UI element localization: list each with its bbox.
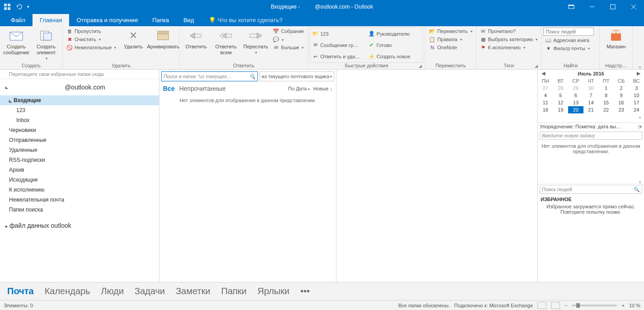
tab-sendreceive[interactable]: Отправка и получение [69, 14, 145, 26]
undo-icon[interactable] [15, 3, 23, 10]
move-button[interactable]: 📂Переместить [427, 28, 474, 35]
qs-3[interactable]: ↩Ответить и уда… [310, 51, 367, 62]
folder-item[interactable]: Архив [0, 165, 159, 175]
view-normal-icon[interactable] [537, 302, 546, 309]
tab-home[interactable]: Главная [33, 14, 69, 26]
calendar-day[interactable]: 1 [598, 85, 614, 92]
close-button[interactable] [623, 0, 644, 14]
calendar-day[interactable]: 5 [553, 92, 569, 99]
people-search-input-2[interactable]: Поиск людей🔍 [540, 185, 642, 194]
calendar-day[interactable]: 19 [553, 106, 569, 113]
calendar-day[interactable]: 30 [583, 85, 599, 92]
nav-more-icon[interactable]: ••• [300, 286, 310, 296]
address-book-button[interactable]: 📖Адресная книга [543, 37, 597, 44]
calendar-day[interactable]: 16 [614, 99, 629, 106]
calendar-day[interactable]: 21 [583, 106, 599, 113]
zoom-out-icon[interactable]: − [565, 303, 567, 308]
qs-6[interactable]: ⚡Создать новое [367, 51, 423, 62]
qs-5[interactable]: ✔Готово [367, 39, 423, 51]
search-input[interactable]: Поиск в папке "из текущег…🔍 [161, 71, 258, 81]
reply-button[interactable]: Ответить [182, 28, 210, 51]
reply-all-button[interactable]: Ответить всем [211, 28, 240, 56]
tab-file[interactable]: Файл [4, 14, 33, 26]
calendar-close-icon[interactable]: × [637, 65, 643, 71]
maximize-button[interactable] [602, 0, 623, 14]
nav-mail[interactable]: Почта [7, 286, 34, 296]
calendar-day[interactable]: 4 [538, 92, 553, 99]
calendar-day[interactable]: 3 [629, 85, 644, 92]
onenote-button[interactable]: NOneNote [427, 44, 474, 51]
calendar-day[interactable]: 11 [538, 99, 553, 106]
tasks-close-icon[interactable]: × [637, 115, 643, 122]
data-file-header[interactable]: файл данных outlook [0, 215, 159, 231]
calendar-day[interactable]: 20 [568, 106, 583, 113]
new-task-input[interactable]: Введите новую задачу [540, 132, 642, 140]
sort-direction[interactable]: Новые ↓ [313, 86, 333, 91]
tell-me[interactable]: 💡Что вы хотите сделать? [201, 14, 290, 26]
zoom-in-icon[interactable]: + [621, 303, 624, 308]
folder-item[interactable]: Нежелательная почта [0, 195, 159, 205]
calendar-day[interactable]: 6 [568, 92, 583, 99]
account-header[interactable]: @outlook.com [0, 79, 159, 95]
folder-item[interactable]: Inbox [0, 115, 159, 125]
calendar-day[interactable]: 10 [629, 92, 644, 99]
calendar-day[interactable]: 27 [538, 85, 553, 92]
categorize-button[interactable]: ▦Выбрать категорию [478, 36, 540, 43]
folder-item[interactable]: 123 [0, 105, 159, 115]
tags-dialog-launcher[interactable]: ◢ [534, 64, 538, 68]
followup-button[interactable]: ⚑К исполнению [478, 44, 540, 51]
calendar-day[interactable]: 13 [568, 99, 583, 106]
search-scope[interactable]: из текущего почтового ящика [260, 71, 334, 81]
folder-item[interactable]: Папки поиска [0, 205, 159, 215]
calendar-day[interactable]: 23 [614, 106, 629, 113]
unread-button[interactable]: ✉Прочитано? [478, 28, 540, 35]
calendar-day[interactable]: 14 [583, 99, 599, 106]
qs-4[interactable]: 👤Руководителю [367, 28, 423, 39]
folder-item[interactable]: Исходящие [0, 175, 159, 185]
archive-button[interactable]: Архивировать [149, 28, 177, 51]
zoom-slider[interactable] [572, 305, 617, 306]
calendar-day[interactable]: 7 [583, 92, 599, 99]
new-mail-button[interactable]: Создать сообщение [2, 28, 31, 56]
ribbon-display-icon[interactable] [561, 0, 582, 14]
qs-1[interactable]: 📁123 [310, 28, 367, 39]
folder-item[interactable]: Удаленные [0, 145, 159, 155]
more-respond-button[interactable]: ✉Больше [271, 44, 306, 51]
nav-shortcuts[interactable]: Ярлыки [257, 286, 289, 296]
delete-button[interactable]: ✕Удалить [119, 28, 148, 51]
people-search-input[interactable] [543, 28, 594, 36]
folder-item[interactable]: Входящие [0, 95, 159, 105]
nav-calendar[interactable]: Календарь [45, 286, 90, 296]
meeting-button[interactable]: 📅Собрание [271, 28, 306, 35]
calendar-day[interactable]: 29 [568, 85, 583, 92]
cal-prev-icon[interactable]: ◀ [540, 70, 547, 76]
new-item-button[interactable]: Создать элемент [32, 28, 61, 62]
calendar-day[interactable]: 24 [629, 106, 644, 113]
minimize-button[interactable] [582, 0, 602, 14]
calendar-day[interactable]: 28 [553, 85, 569, 92]
search-icon[interactable]: 🔍 [249, 74, 256, 80]
qat-customize-icon[interactable]: ▾ [27, 5, 29, 9]
calendar-day[interactable]: 18 [538, 106, 553, 113]
im-button[interactable]: 💬 [271, 36, 306, 43]
calendar-day[interactable]: 9 [614, 92, 629, 99]
folder-item[interactable]: RSS-подписки [0, 155, 159, 165]
nav-notes[interactable]: Заметки [176, 286, 210, 296]
folder-item[interactable]: Отправленные [0, 135, 159, 145]
sort-by[interactable]: По Дата [288, 86, 309, 91]
rules-button[interactable]: 📋Правила [427, 36, 474, 43]
calendar-day[interactable]: 22 [598, 106, 614, 113]
task-sort[interactable]: Упорядочение: Пометка: дата вы…|▾ [538, 122, 644, 131]
nav-tasks[interactable]: Задачи [135, 286, 165, 296]
junk-button[interactable]: 🚫Нежелательные [65, 44, 118, 51]
filter-mail-button[interactable]: ▼Фильтр почты [543, 45, 597, 52]
clean-button[interactable]: ✖Очистить [65, 36, 118, 43]
calendar-day[interactable]: 12 [553, 99, 569, 106]
people-close-icon[interactable]: × [637, 180, 643, 186]
filter-unread[interactable]: Непрочитанные [179, 85, 226, 92]
calendar-day[interactable]: 2 [614, 85, 629, 92]
nav-people[interactable]: Люди [101, 286, 124, 296]
view-reading-icon[interactable] [551, 302, 560, 309]
ignore-button[interactable]: 🗑Пропустить [65, 28, 118, 35]
calendar-grid[interactable]: ПНВТСРЧТПТСБВС27282930123456789101112131… [538, 77, 644, 113]
